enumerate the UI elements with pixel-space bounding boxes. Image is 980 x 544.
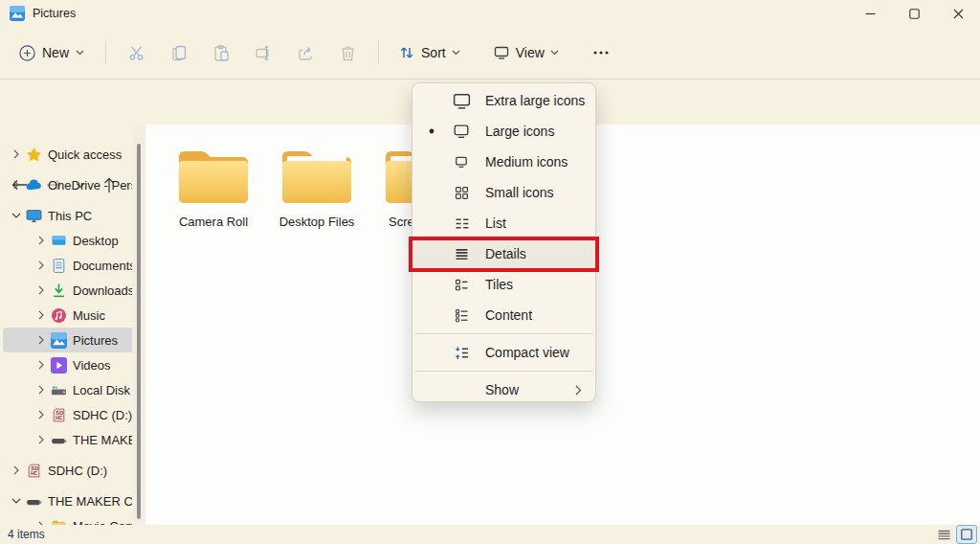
details-icon xyxy=(451,243,472,264)
status-bar: 4 items xyxy=(0,525,980,544)
close-button[interactable] xyxy=(936,0,980,27)
pictures-icon xyxy=(51,332,67,349)
chevron-down-icon xyxy=(11,498,21,504)
sidebar-item-label: SDHC (D:) xyxy=(73,408,132,422)
menu-item-label: Show xyxy=(485,382,519,397)
minimize-button[interactable] xyxy=(848,0,892,27)
navigation-pane: Quick access OneDrive - Person This PC D… xyxy=(0,125,145,525)
view-menu-item-list[interactable]: List xyxy=(412,208,595,238)
delete-button[interactable] xyxy=(326,35,368,70)
view-menu-item-small-icons[interactable]: Small icons xyxy=(412,177,595,208)
rename-icon xyxy=(255,44,273,62)
folder-icon xyxy=(173,144,254,209)
sidebar-item-sdhc-d-root[interactable]: SDHC SDHC (D:) xyxy=(3,458,143,483)
hard-drive-icon xyxy=(51,382,67,398)
view-menu-item-show[interactable]: Show xyxy=(412,374,595,405)
sidebar-item-documents[interactable]: Documents xyxy=(3,253,143,278)
music-icon xyxy=(51,307,67,324)
menu-item-label: Extra large icons xyxy=(485,93,585,108)
more-options-button[interactable] xyxy=(580,35,622,70)
maximize-icon xyxy=(909,9,920,19)
trash-icon xyxy=(339,44,357,62)
sidebar-item-label: Pictures xyxy=(73,333,118,348)
sd-card-icon: SDHC xyxy=(26,463,42,479)
close-icon xyxy=(953,9,964,19)
sidebar-item-the-maker-city-root[interactable]: THE MAKER CITY xyxy=(3,488,143,513)
chevron-right-icon xyxy=(38,410,44,419)
view-button[interactable]: View xyxy=(483,38,568,67)
menu-item-label: List xyxy=(485,215,506,231)
view-menu-item-content[interactable]: Content xyxy=(412,300,595,330)
sidebar-item-local-disk-c[interactable]: Local Disk (C:) xyxy=(3,377,143,402)
chevron-right-icon xyxy=(38,285,44,295)
folder-name: Camera Roll xyxy=(166,215,261,229)
titlebar: Pictures xyxy=(0,0,980,27)
view-menu-item-large-icons[interactable]: Large icons xyxy=(412,116,595,147)
sidebar-item-sdhc-d[interactable]: SDHC SDHC (D:) xyxy=(3,402,143,427)
view-menu-item-medium-icons[interactable]: Medium icons xyxy=(412,147,595,177)
paste-icon xyxy=(212,44,231,62)
folder-icon xyxy=(51,518,67,526)
list-icon xyxy=(451,213,472,234)
thumbnail-view-toggle[interactable] xyxy=(957,526,976,543)
computer-icon xyxy=(26,208,42,224)
folder-name: Desktop Files xyxy=(269,215,365,229)
sidebar-item-label: THE MAKER CITY xyxy=(48,494,145,509)
details-view-toggle[interactable] xyxy=(934,526,953,543)
sidebar-item-label: Videos xyxy=(73,358,111,373)
document-icon xyxy=(51,258,67,274)
download-icon xyxy=(51,283,67,299)
menu-item-label: Tiles xyxy=(485,277,513,292)
sidebar-item-music[interactable]: Music xyxy=(3,303,143,328)
folder-camera-roll[interactable]: Camera Roll xyxy=(166,144,261,229)
menu-item-label: Large icons xyxy=(485,124,554,139)
svg-text:HC: HC xyxy=(31,470,38,476)
menu-item-label: Content xyxy=(485,307,532,323)
videos-icon xyxy=(51,357,67,374)
new-button[interactable]: New xyxy=(8,39,96,67)
view-menu: Extra large icons Large icons Medium ico… xyxy=(412,82,596,402)
sidebar-scrollbar-thumb[interactable] xyxy=(137,144,141,519)
cut-button[interactable] xyxy=(116,35,158,70)
sidebar-item-quick-access[interactable]: Quick access xyxy=(3,142,143,167)
sidebar-item-movie-folder[interactable]: Movie Communi xyxy=(3,513,143,525)
sidebar-item-label: SDHC (D:) xyxy=(48,464,107,478)
desktop-icon xyxy=(51,233,67,249)
menu-item-label: Medium icons xyxy=(485,154,568,170)
sort-icon xyxy=(398,44,415,61)
sidebar-item-label: OneDrive - Person xyxy=(48,178,145,193)
paste-button[interactable] xyxy=(200,35,242,70)
rename-button[interactable] xyxy=(242,35,284,70)
minimize-icon xyxy=(865,9,876,19)
folder-desktop-files[interactable]: Desktop Files xyxy=(269,144,365,229)
sidebar-item-pictures[interactable]: Pictures xyxy=(3,328,143,352)
chevron-right-icon xyxy=(38,261,44,270)
chevron-right-icon xyxy=(38,335,44,345)
compact-view-icon xyxy=(451,342,472,363)
submenu-chevron-icon xyxy=(575,385,582,396)
sort-button-label: Sort xyxy=(421,45,446,60)
maximize-button[interactable] xyxy=(892,0,936,27)
chevron-right-icon xyxy=(13,180,19,190)
sidebar-item-the-maker-city[interactable]: THE MAKER CITY xyxy=(3,427,143,452)
monitor-xl-icon xyxy=(451,90,472,111)
toolbar-divider xyxy=(105,41,106,64)
monitor-lg-icon xyxy=(451,121,472,142)
chevron-right-icon xyxy=(38,360,44,370)
grid-icon xyxy=(451,182,472,203)
view-menu-item-details[interactable]: Details xyxy=(412,238,595,269)
sidebar-item-downloads[interactable]: Downloads xyxy=(3,278,143,303)
share-button[interactable] xyxy=(284,35,326,70)
view-menu-item-compact-view[interactable]: Compact view xyxy=(412,337,595,368)
sidebar-item-desktop[interactable]: Desktop xyxy=(3,228,143,253)
sidebar-item-this-pc[interactable]: This PC xyxy=(3,203,143,228)
view-menu-item-extra-large-icons[interactable]: Extra large icons xyxy=(412,85,595,116)
view-menu-item-tiles[interactable]: Tiles xyxy=(412,269,595,300)
chevron-down-icon xyxy=(452,50,460,56)
copy-button[interactable] xyxy=(158,35,200,70)
sort-button[interactable]: Sort xyxy=(389,38,470,67)
folder-icon xyxy=(277,144,357,209)
command-toolbar: New Sort View xyxy=(0,27,980,79)
sidebar-item-videos[interactable]: Videos xyxy=(3,352,143,377)
sidebar-item-onedrive[interactable]: OneDrive - Person xyxy=(3,172,143,197)
